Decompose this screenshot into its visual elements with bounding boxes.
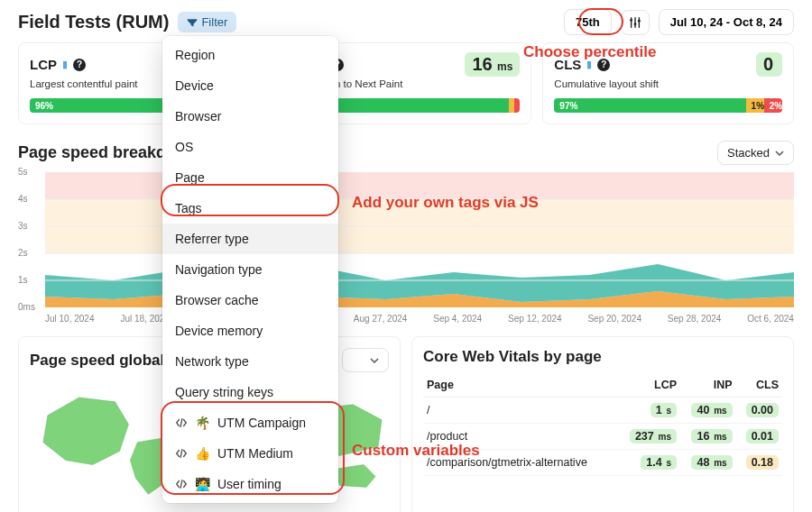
filter-menu-item[interactable]: Browser cache [162,285,338,315]
inp-chip: 40 ms [691,403,732,417]
menu-item-emoji: 🌴 [195,416,210,430]
filter-button-label: Filter [201,15,227,29]
filter-button[interactable]: Filter [178,12,236,32]
globally-select[interactable] [342,348,389,372]
chart-y-tick: 1s [18,275,28,285]
menu-item-emoji: 🧑‍💻 [195,477,210,491]
metric-full-name: Cumulative layout shift [554,78,782,89]
filter-menu-item[interactable]: OS [162,132,338,162]
svg-point-1 [633,23,636,25]
area-chart [45,172,794,307]
lcp-chip: 1.4 s [641,455,677,470]
help-icon[interactable]: ? [597,59,610,71]
menu-item-label: Referrer type [175,232,249,246]
menu-item-label: Browser cache [175,293,259,307]
globally-title: Page speed globally [30,352,177,370]
table-column-header[interactable]: Page [423,373,617,398]
cwv-by-page-panel: Core Web Vitals by page PageLCPINPCLS / … [411,336,794,512]
svg-point-2 [638,19,641,22]
chevron-down-icon [370,356,379,365]
filter-menu-item[interactable]: Page [162,162,338,193]
filter-menu-item[interactable]: Navigation type [162,254,338,285]
menu-item-label: Navigation type [175,262,263,277]
filter-menu-item[interactable]: Browser [162,101,338,132]
breakdown-chart: 5s4s3s2s1s0ms Jul 10, 2024Jul 18, 2024Au… [18,172,794,324]
menu-item-label: Device memory [175,324,263,338]
table-row[interactable]: / 1 s 40 ms 0.00 [423,398,782,424]
help-icon[interactable]: ? [73,59,86,71]
inp-chip: 48 ms [691,455,732,470]
filter-menu-item-custom[interactable]: 👍UTM Medium [162,438,338,469]
poor-segment [514,98,520,113]
page-title: Field Tests (RUM) [18,12,169,32]
chart-x-axis: Jul 10, 2024Jul 18, 2024Aug 19, 2024Aug … [45,314,794,324]
filter-menu-item-custom[interactable]: 🧑‍💻User timing [162,469,338,499]
table-column-header[interactable]: INP [680,373,736,398]
filter-dropdown[interactable]: RegionDeviceBrowserOSPageTagsReferrer ty… [162,36,338,503]
metric-cards-row: LCP ▮ ? Largest contentful paint 96% INP… [0,42,812,124]
chevron-down-icon [775,149,784,158]
inp-chip: 16 ms [691,429,732,443]
metric-abbr: CLS [554,57,581,72]
table-column-header[interactable]: LCP [617,373,680,398]
code-icon [175,416,188,429]
chart-y-tick: 3s [18,221,28,231]
bookmark-icon: ▮ [62,59,68,70]
code-icon [175,478,188,490]
menu-item-label: OS [175,140,193,154]
svg-point-0 [630,18,632,21]
chart-x-tick: Aug 27, 2024 [354,314,408,324]
header: Field Tests (RUM) Filter 75th Jul 10, 24… [0,0,812,42]
filter-menu-item[interactable]: Network type [162,346,338,377]
chart-x-tick: Sep 4, 2024 [433,314,482,324]
cwv-title: Core Web Vitals by page [423,348,602,366]
metric-card[interactable]: CLS ▮ ? 0 Cumulative layout shift 97% 1%… [542,42,794,124]
metric-value: 0 [756,52,782,77]
table-row[interactable]: /comparison/gtmetrix-alternative 1.4 s 4… [423,450,782,476]
chart-y-tick: 2s [18,248,28,258]
percentile-selector[interactable]: 75th [564,9,612,35]
menu-item-label: Browser [175,109,221,123]
filter-menu-item[interactable]: Device [162,70,338,101]
menu-item-label: User timing [217,477,281,491]
poor-segment: 2% [764,98,782,113]
table-column-header[interactable]: CLS [736,373,782,398]
chart-mode-select[interactable]: Stacked [717,141,794,165]
menu-item-emoji: 👍 [195,446,210,461]
menu-item-label: Device [175,78,214,93]
chart-x-tick: Jul 10, 2024 [45,314,95,324]
filter-menu-item[interactable]: Device memory [162,315,338,346]
menu-item-label: Region [175,48,215,62]
cwv-table: PageLCPINPCLS / 1 s 40 ms 0.00 /product … [423,373,782,476]
settings-button[interactable] [621,10,650,35]
date-range-label: Jul 10, 24 - Oct 8, 24 [670,15,782,29]
date-range-selector[interactable]: Jul 10, 24 - Oct 8, 24 [659,9,794,35]
page-path: /comparison/gtmetrix-alternative [423,450,617,476]
filter-menu-item[interactable]: Region [162,40,338,70]
lcp-chip: 1 s [651,403,677,417]
needs-improvement-segment: 1% [746,98,764,113]
chart-y-tick: 0ms [18,302,35,312]
chart-mode-label: Stacked [727,146,770,160]
page-path: /product [423,424,617,450]
menu-item-label: UTM Medium [217,446,293,461]
menu-item-label: Query string keys [175,385,273,399]
filter-menu-item[interactable]: Referrer type [162,224,338,254]
page-path: / [423,398,617,424]
sliders-icon [629,16,641,29]
filter-menu-item[interactable]: Tags [162,193,338,224]
metric-abbr: LCP [30,57,57,72]
menu-item-label: Page [175,170,205,185]
chart-x-tick: Sep 12, 2024 [508,314,562,324]
percentile-label: 75th [576,15,600,29]
cls-chip: 0.01 [746,429,779,443]
breakdown-section: Page speed breakdown Stacked 5s4s3s2s1s0… [18,141,794,324]
table-header-row: PageLCPINPCLS [423,373,782,398]
chart-y-tick: 4s [18,194,28,204]
chart-x-tick: Oct 6, 2024 [747,314,794,324]
filter-menu-item[interactable]: Query string keys [162,377,338,407]
table-row[interactable]: /product 237 ms 16 ms 0.01 [423,424,782,450]
good-segment: 97% [554,98,745,113]
filter-menu-item-custom[interactable]: 🌴UTM Campaign [162,407,338,438]
lcp-chip: 237 ms [630,429,677,443]
